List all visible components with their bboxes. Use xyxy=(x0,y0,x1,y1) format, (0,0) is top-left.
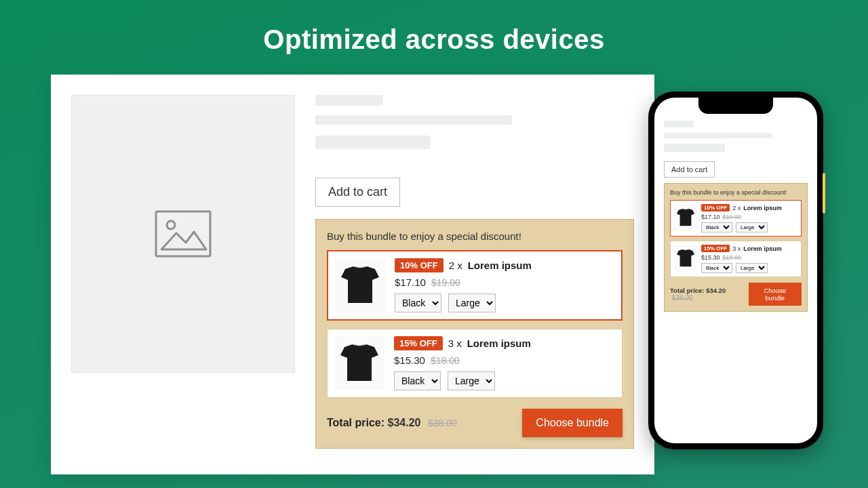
choose-bundle-button[interactable]: Choose bundle xyxy=(749,283,802,306)
mobile-preview-frame: Add to cart Buy this bundle to enjoy a s… xyxy=(648,92,823,449)
product-thumbnail xyxy=(674,204,697,231)
tshirt-icon xyxy=(676,247,695,270)
quantity-text: 2 x xyxy=(449,260,462,271)
option-size-select[interactable]: Large xyxy=(736,222,768,232)
bundle-option-row[interactable]: 15% OFF 3 x Lorem ipsum $15.30 $18.00 Bl… xyxy=(670,241,802,277)
product-name: Lorem ipsum xyxy=(468,260,532,271)
quantity-text: 3 x xyxy=(448,338,462,349)
add-to-cart-button[interactable]: Add to cart xyxy=(315,178,400,207)
product-thumbnail xyxy=(335,258,385,312)
discounted-price: $17.10 xyxy=(395,277,426,288)
option-color-select[interactable]: Black xyxy=(701,222,732,232)
skeleton-line xyxy=(664,121,694,127)
option-size-select[interactable]: Large xyxy=(448,371,495,390)
choose-bundle-button[interactable]: Choose bundle xyxy=(522,409,623,437)
bundle-option-row[interactable]: 10% OFF 2 x Lorem ipsum $17.10 $19.00 Bl… xyxy=(670,200,802,237)
bundle-option-row[interactable]: 10% OFF 2 x Lorem ipsum $17.10 $19.00 Bl… xyxy=(327,250,623,321)
option-color-select[interactable]: Black xyxy=(394,371,441,390)
discount-badge: 10% OFF xyxy=(395,258,443,272)
quantity-text: 3 x xyxy=(732,245,741,252)
image-icon xyxy=(155,210,212,258)
option-color-select[interactable]: Black xyxy=(395,293,441,312)
total-price-value: $34.20 xyxy=(706,287,726,294)
total-original-price: $38.00 xyxy=(672,294,693,302)
phone-power-button xyxy=(823,173,825,214)
product-thumbnail xyxy=(674,245,697,272)
discount-badge: 15% OFF xyxy=(701,245,730,252)
skeleton-line xyxy=(664,144,725,152)
bundle-widget: Buy this bundle to enjoy a special disco… xyxy=(664,183,808,312)
original-price: $18.00 xyxy=(723,254,742,261)
phone-notch xyxy=(698,98,773,114)
add-to-cart-button[interactable]: Add to cart xyxy=(664,161,715,178)
bundle-option-row[interactable]: 15% OFF 3 x Lorem ipsum $15.30 $18.00 Bl… xyxy=(327,329,623,398)
skeleton-line xyxy=(315,115,512,125)
quantity-text: 2 x xyxy=(732,205,741,211)
original-price: $18.00 xyxy=(431,355,460,366)
discounted-price: $15.30 xyxy=(394,354,425,366)
option-size-select[interactable]: Large xyxy=(448,293,496,312)
product-name: Lorem ipsum xyxy=(743,205,782,211)
bundle-title: Buy this bundle to enjoy a special disco… xyxy=(670,189,802,196)
discount-badge: 10% OFF xyxy=(701,204,730,211)
page-headline: Optimized across devices xyxy=(0,24,868,55)
original-price: $19.00 xyxy=(431,277,460,288)
total-price-label: Total price: xyxy=(327,417,384,428)
tshirt-icon xyxy=(339,340,380,387)
discounted-price: $15.30 xyxy=(701,254,720,261)
discount-badge: 15% OFF xyxy=(394,336,443,350)
total-price-label: Total price: xyxy=(670,287,705,294)
total-original-price: $38.00 xyxy=(428,418,457,428)
svg-point-1 xyxy=(167,221,175,229)
desktop-preview-card: Add to cart Buy this bundle to enjoy a s… xyxy=(51,75,654,474)
discounted-price: $17.10 xyxy=(701,214,720,220)
skeleton-line xyxy=(315,95,383,106)
product-name: Lorem ipsum xyxy=(743,245,782,252)
bundle-title: Buy this bundle to enjoy a special disco… xyxy=(327,230,623,242)
product-image-placeholder xyxy=(71,95,295,373)
option-size-select[interactable]: Large xyxy=(736,263,768,273)
skeleton-line xyxy=(664,133,772,138)
product-name: Lorem ipsum xyxy=(467,338,531,349)
tshirt-icon xyxy=(676,206,695,229)
total-price-value: $34.20 xyxy=(388,417,421,428)
original-price: $19.00 xyxy=(723,214,742,220)
product-thumbnail xyxy=(334,336,384,390)
tshirt-icon xyxy=(340,262,380,309)
bundle-widget: Buy this bundle to enjoy a special disco… xyxy=(315,219,634,449)
option-color-select[interactable]: Black xyxy=(701,263,732,273)
skeleton-line xyxy=(315,136,431,149)
